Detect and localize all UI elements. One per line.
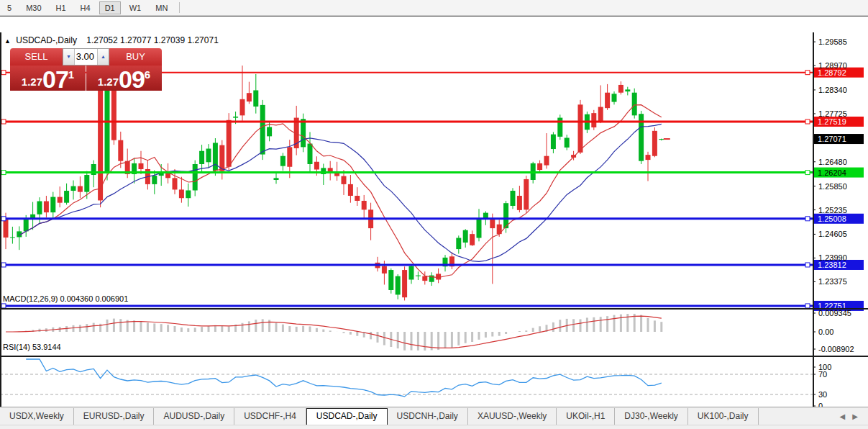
chart-tab-bar: USDX,WeeklyEURUSD-,DailyAUDUSD-,DailyUSD… <box>0 408 868 425</box>
buy-button[interactable]: BUY <box>109 48 162 66</box>
candlestick <box>206 149 211 163</box>
chart-tab-usdx[interactable]: USDX,Weekly <box>0 408 74 425</box>
candlestick <box>342 176 347 184</box>
price-tick-label: 1.28340 <box>818 86 847 94</box>
buy-price-prefix: 1.27 <box>98 76 119 88</box>
macd-tick-label: 0.009345 <box>818 309 851 317</box>
timeframe-toolbar: 5M30H1H4D1W1MN <box>0 0 868 16</box>
collapse-icon[interactable]: ▲ <box>4 37 11 45</box>
candlestick <box>388 270 393 290</box>
chart-tab-ukoil[interactable]: UKOil-,H1 <box>557 408 615 425</box>
candlestick <box>179 189 184 198</box>
candlestick <box>456 238 461 250</box>
macd-tick-label: -0.008902 <box>818 345 854 353</box>
volume-increase-icon[interactable]: ▲ <box>97 49 109 65</box>
candlestick <box>199 151 204 164</box>
chart-tab-dj30[interactable]: DJ30-,Weekly <box>615 408 687 425</box>
volume-decrease-icon[interactable]: ▼ <box>63 49 75 65</box>
candlestick <box>618 85 623 93</box>
candlestick <box>84 175 89 192</box>
candlestick <box>659 139 664 140</box>
price-level-value: 1.25008 <box>818 214 846 223</box>
line-handle[interactable] <box>805 119 810 124</box>
candlestick <box>314 162 319 170</box>
candlestick <box>348 184 353 196</box>
trading-terminal: 5M30H1H4D1W1MN 1.287921.275191.262041.25… <box>0 0 868 429</box>
candlestick <box>483 213 488 219</box>
price-tick-label: 1.26480 <box>818 158 847 166</box>
candlestick <box>193 164 198 191</box>
chart-tab-xauusd[interactable]: XAUUSD-,Weekly <box>468 408 557 425</box>
buy-price-main: 09 <box>119 69 145 89</box>
candlestick <box>227 120 232 167</box>
candlestick <box>247 93 252 101</box>
price-tick-label: 1.27725 <box>818 109 847 118</box>
line-handle[interactable] <box>805 263 810 267</box>
timeframe-h1[interactable]: H1 <box>50 1 72 14</box>
candlestick <box>308 144 313 164</box>
candlestick <box>4 219 9 238</box>
chart-tab-usdcnh[interactable]: USDCNH-,Daily <box>388 408 468 425</box>
candlestick <box>463 230 468 243</box>
buy-price[interactable]: 1.27 09 6 <box>86 66 162 91</box>
line-handle[interactable] <box>1 171 6 175</box>
candlestick <box>173 178 178 189</box>
symbol-label: USDCAD-,Daily <box>16 35 77 45</box>
pane-divider[interactable] <box>0 356 868 357</box>
chart-tab-usdcad[interactable]: USDCAD-,Daily <box>306 408 388 425</box>
timeframe-h4[interactable]: H4 <box>75 1 96 14</box>
sell-price-pip: 1 <box>68 68 74 81</box>
one-click-trading-panel: SELL ▼ 3.00 ▲ BUY 1.27 07 1 1.27 09 6 <box>10 48 162 91</box>
candlestick <box>58 197 63 203</box>
candlestick <box>470 234 475 245</box>
line-handle[interactable] <box>1 263 6 267</box>
chart-tab-audusd[interactable]: AUDUSD-,Daily <box>154 408 234 425</box>
tab-scroll-right-icon[interactable]: ▶ <box>852 412 858 420</box>
candlestick <box>240 99 245 116</box>
line-handle[interactable] <box>805 217 810 221</box>
candlestick <box>537 163 542 170</box>
price-tick-label: 1.29585 <box>818 37 847 46</box>
candlestick <box>551 135 556 149</box>
line-handle[interactable] <box>805 71 810 75</box>
candlestick <box>64 191 69 203</box>
price-tick-label: 1.25235 <box>818 206 847 214</box>
line-handle[interactable] <box>1 119 6 124</box>
buy-price-pip: 6 <box>145 68 150 81</box>
candlestick <box>233 117 238 118</box>
bottom-strip <box>0 425 868 429</box>
chart-tab-uk100[interactable]: UK100-,Daily <box>688 408 759 425</box>
timeframe-w1[interactable]: W1 <box>124 1 147 14</box>
timeframe-d1[interactable]: D1 <box>99 1 121 14</box>
line-handle[interactable] <box>1 217 6 221</box>
line-handle[interactable] <box>1 71 6 75</box>
candlestick <box>78 186 83 192</box>
candlestick <box>544 156 549 166</box>
chart-tab-eurusd[interactable]: EURUSD-,Daily <box>74 408 155 425</box>
pane-divider[interactable] <box>0 308 868 310</box>
axis-border <box>813 32 814 410</box>
candlestick <box>24 219 29 231</box>
candlestick <box>260 105 265 155</box>
candlestick <box>591 113 596 127</box>
line-handle[interactable] <box>805 171 810 175</box>
price-tick-label: 1.23990 <box>818 253 847 262</box>
tab-scroll-left-icon[interactable]: ◀ <box>840 412 846 420</box>
volume-input[interactable]: 3.00 <box>75 49 97 65</box>
line-handle[interactable] <box>1 304 6 308</box>
current-price-value: 1.27071 <box>818 135 846 143</box>
line-handle[interactable] <box>805 304 810 308</box>
chart-tab-usdchf[interactable]: USDCHF-,H4 <box>234 408 306 425</box>
candlestick <box>612 94 617 101</box>
timeframe-5[interactable]: 5 <box>1 1 17 14</box>
sell-price[interactable]: 1.27 07 1 <box>10 66 86 91</box>
volume-spinner: ▼ 3.00 ▲ <box>63 48 109 66</box>
candlestick <box>436 274 441 279</box>
candlestick <box>186 190 191 198</box>
chart-window: 1.287921.275191.262041.250081.238121.227… <box>0 16 868 407</box>
price-tick-label: 1.28970 <box>818 61 847 70</box>
timeframe-m30[interactable]: M30 <box>20 1 47 14</box>
sell-button[interactable]: SELL <box>10 48 63 66</box>
timeframe-mn[interactable]: MN <box>150 1 173 14</box>
price-level-value: 1.27519 <box>818 117 846 126</box>
